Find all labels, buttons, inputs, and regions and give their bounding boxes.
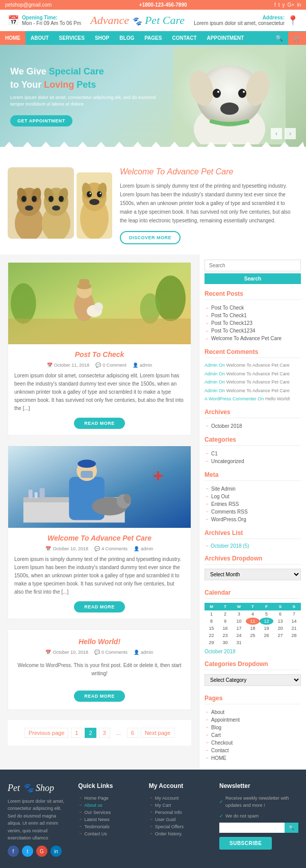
nav-appointment[interactable]: APPOINTMENT: [202, 31, 249, 45]
meta-site-admin[interactable]: Site Admin: [205, 485, 301, 493]
cal-29[interactable]: 29: [205, 639, 218, 646]
footer-order-history[interactable]: Order history.: [149, 830, 212, 837]
cal-21[interactable]: 21: [287, 625, 301, 632]
cal-20[interactable]: 20: [273, 625, 287, 632]
post3-read-more-button[interactable]: READ MORE: [74, 691, 125, 702]
nav-contact[interactable]: CONTACT: [167, 31, 201, 45]
page-cart[interactable]: Cart: [205, 731, 301, 739]
categories-dropdown[interactable]: Select Category C1 Uncategorized: [205, 674, 301, 686]
twitter-icon[interactable]: t: [278, 2, 280, 8]
cal-11[interactable]: 11: [246, 618, 260, 625]
facebook-icon[interactable]: f: [274, 2, 276, 8]
cal-8[interactable]: 8: [205, 618, 218, 625]
cal-22[interactable]: 22: [205, 632, 218, 639]
cart-icon[interactable]: 🛒: [288, 32, 306, 45]
cal-19[interactable]: 19: [260, 625, 273, 632]
footer-my-account[interactable]: My Account: [149, 795, 212, 802]
page-3-link[interactable]: 3: [99, 728, 110, 738]
post2-read-more-button[interactable]: READ MORE: [74, 601, 125, 612]
cal-14[interactable]: 14: [287, 618, 301, 625]
cal-1[interactable]: 1: [205, 610, 218, 618]
footer-special-offers[interactable]: Special Offers: [149, 823, 212, 830]
newsletter-input[interactable]: [219, 823, 285, 833]
page-appointment[interactable]: Appointment: [205, 716, 301, 724]
cal-28[interactable]: 28: [287, 632, 301, 639]
meta-comments-rss[interactable]: Comments RSS: [205, 508, 301, 516]
linkedin-icon[interactable]: in: [297, 2, 301, 8]
footer-user-guid[interactable]: User Guid: [149, 816, 212, 823]
cal-31[interactable]: 31: [232, 639, 246, 646]
cal-6[interactable]: 6: [273, 610, 287, 618]
footer-twitter-icon[interactable]: t: [22, 846, 33, 857]
cal-7[interactable]: 7: [287, 610, 301, 618]
youtube-icon[interactable]: y: [283, 2, 285, 8]
recent-post-2[interactable]: Post To Check1: [205, 312, 301, 319]
cal-25[interactable]: 25: [246, 632, 260, 639]
footer-linkedin-icon[interactable]: in: [50, 846, 62, 857]
footer-link-about[interactable]: About us: [78, 802, 141, 809]
nav-blog[interactable]: BLOG: [114, 31, 139, 45]
meta-wordpress-org[interactable]: WordPress.Org: [205, 516, 301, 523]
cal-27[interactable]: 27: [273, 632, 287, 639]
cal-13[interactable]: 13: [273, 618, 287, 625]
page-about[interactable]: About: [205, 708, 301, 716]
archive-oct-2018[interactable]: October 2018: [205, 422, 301, 430]
nav-shop[interactable]: SHOP: [90, 31, 114, 45]
cal-3[interactable]: 3: [232, 610, 246, 618]
footer-my-cart[interactable]: My Cart: [149, 802, 212, 809]
footer-link-testimonials[interactable]: Testimonials: [78, 823, 141, 830]
recent-post-3[interactable]: Post To Check123: [205, 319, 301, 327]
next-page-link[interactable]: Next page: [141, 728, 174, 738]
nav-about[interactable]: ABOUT: [26, 31, 54, 45]
archives-list-item[interactable]: October 2018 (5): [205, 543, 301, 549]
footer-link-news[interactable]: Latest News: [78, 816, 141, 823]
page-6-link[interactable]: 6: [127, 728, 138, 738]
cal-10[interactable]: 10: [232, 618, 246, 625]
cal-9[interactable]: 9: [218, 618, 232, 625]
hero-next-button[interactable]: ›: [285, 128, 296, 139]
footer-link-contact[interactable]: Contact Us: [78, 830, 141, 837]
search-input[interactable]: [205, 260, 301, 271]
footer-facebook-icon[interactable]: f: [8, 846, 19, 857]
cal-12[interactable]: 12: [260, 618, 273, 625]
cal-16[interactable]: 16: [218, 625, 232, 632]
recent-post-1[interactable]: Post To Check: [205, 304, 301, 312]
cal-15[interactable]: 15: [205, 625, 218, 632]
archives-dropdown[interactable]: Select Month October 2018: [205, 569, 301, 580]
meta-log-out[interactable]: Log Out: [205, 493, 301, 500]
page-1-link[interactable]: 1: [71, 728, 82, 738]
cal-23[interactable]: 23: [218, 632, 232, 639]
category-c1[interactable]: C1: [205, 450, 301, 457]
page-contact[interactable]: Contact: [205, 747, 301, 754]
cal-30[interactable]: 30: [218, 639, 232, 646]
meta-entries-rss[interactable]: Entries RSS: [205, 500, 301, 508]
footer-personal-info[interactable]: Personal Info: [149, 809, 212, 816]
cal-24[interactable]: 24: [232, 632, 246, 639]
recent-post-4[interactable]: Post To Check1234: [205, 327, 301, 335]
page-2-link[interactable]: 2: [85, 728, 96, 738]
recent-post-5[interactable]: Welcome To Advance Pet Care: [205, 335, 301, 342]
hero-prev-button[interactable]: ‹: [271, 128, 282, 139]
search-button[interactable]: Search: [205, 273, 301, 284]
cal-17[interactable]: 17: [232, 625, 246, 632]
cal-26[interactable]: 26: [260, 632, 273, 639]
post1-read-more-button[interactable]: READ MORE: [74, 418, 125, 429]
page-blog[interactable]: Blog: [205, 724, 301, 731]
googleplus-icon[interactable]: G+: [288, 2, 295, 8]
cal-2[interactable]: 2: [218, 610, 232, 618]
page-home[interactable]: HOME: [205, 754, 301, 762]
footer-link-services[interactable]: Our Services: [78, 809, 141, 816]
subscribe-button[interactable]: SUBSCRIBE: [219, 837, 272, 850]
nav-services[interactable]: SERVICES: [54, 31, 90, 45]
nav-pages[interactable]: PAGES: [139, 31, 167, 45]
prev-page-link[interactable]: Previous page: [24, 728, 68, 738]
newsletter-search-button[interactable]: 🔍: [285, 823, 298, 833]
get-appointment-button[interactable]: GET APPOINTMENT: [10, 115, 72, 126]
search-icon[interactable]: 🔍: [270, 32, 288, 45]
cal-4[interactable]: 4: [246, 610, 260, 618]
footer-link-home[interactable]: Home Page: [78, 795, 141, 802]
category-uncategorized[interactable]: Uncategorized: [205, 457, 301, 465]
site-logo[interactable]: Advance 🐾 Pet Care: [90, 14, 185, 27]
discover-more-button[interactable]: DISCOVER MORE: [120, 231, 181, 244]
page-checkout[interactable]: Checkout: [205, 739, 301, 747]
